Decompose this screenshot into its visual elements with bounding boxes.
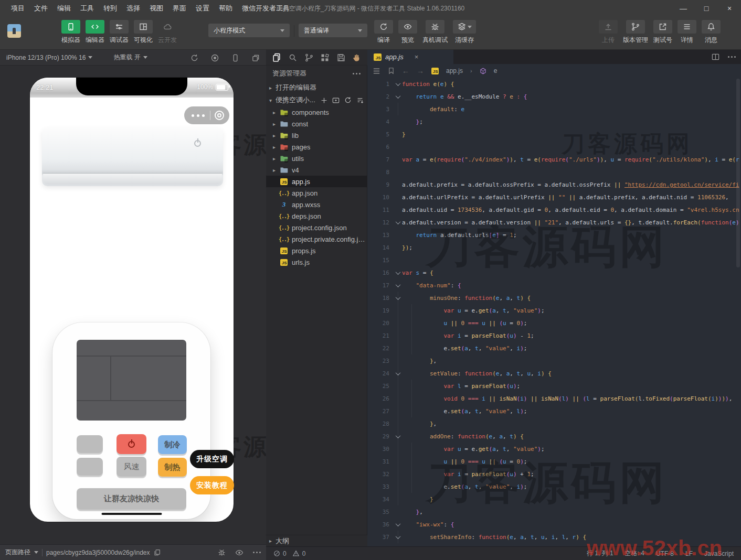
- code-line[interactable]: 14});: [367, 241, 741, 254]
- fold-chevron-icon[interactable]: [394, 535, 402, 539]
- code-line[interactable]: 37 setShareInfo: function(e, a, t, u, i,…: [367, 531, 741, 543]
- fold-chevron-icon[interactable]: [394, 221, 402, 224]
- install-tutorial-button[interactable]: 安装教程: [190, 476, 234, 494]
- toolbar-action-refresh[interactable]: 编译: [374, 20, 393, 45]
- toolbar-action-branch[interactable]: 版本管理: [623, 20, 648, 45]
- file-tree-item-utils[interactable]: ▸utils: [266, 153, 367, 164]
- menu-item[interactable]: 微信开发者工具: [237, 0, 294, 17]
- breadcrumb-file[interactable]: app.js: [446, 67, 463, 74]
- code-line[interactable]: 23 },: [367, 354, 741, 367]
- mode-dropdown[interactable]: 小程序模式: [208, 24, 290, 37]
- code-area[interactable]: 1function e(e) {2 return e && e.__esModu…: [367, 78, 741, 546]
- file-tree-item-app.wxss[interactable]: 3app.wxss: [266, 199, 367, 210]
- fold-chevron-icon[interactable]: [394, 82, 402, 86]
- code-line[interactable]: 4 };: [367, 115, 741, 128]
- file-tree-item-lib[interactable]: ▸lib: [266, 130, 367, 141]
- new-folder-icon[interactable]: [332, 96, 340, 104]
- open-editors-section[interactable]: ▸ 打开的编辑器: [266, 81, 367, 94]
- copy-icon[interactable]: [154, 549, 161, 556]
- bookmark-icon[interactable]: [388, 67, 395, 74]
- search-icon[interactable]: [289, 53, 297, 62]
- remote-cool-button[interactable]: 制冷: [158, 435, 187, 454]
- code-line[interactable]: 16var s = {: [367, 266, 741, 279]
- menu-item[interactable]: 转到: [99, 0, 122, 17]
- code-line[interactable]: 6: [367, 141, 741, 153]
- code-line[interactable]: 28 },: [367, 417, 741, 430]
- code-line[interactable]: 18 minusOne: function(e, a, t) {: [367, 292, 741, 304]
- code-line[interactable]: 34 }: [367, 493, 741, 505]
- outline-section[interactable]: ▸ 大纲: [266, 535, 367, 546]
- phone-frame-icon[interactable]: [231, 54, 239, 62]
- eol[interactable]: LF: [685, 550, 693, 557]
- rotate-icon[interactable]: [190, 54, 198, 62]
- collapse-all-icon[interactable]: [356, 96, 364, 104]
- toolbar-action-bug[interactable]: 真机调试: [422, 20, 448, 45]
- file-tree-item-app.json[interactable]: {..}app.json: [266, 187, 367, 199]
- problems-indicator[interactable]: 0 0: [273, 550, 305, 557]
- fold-chevron-icon[interactable]: [394, 435, 402, 438]
- toolbar-action-eye[interactable]: 预览: [398, 20, 417, 45]
- menu-item[interactable]: 文件: [29, 0, 52, 17]
- remote-heat-button[interactable]: 制热: [158, 458, 187, 477]
- language-mode[interactable]: JavaScript: [704, 550, 734, 557]
- file-tree-item-const[interactable]: ▸const: [266, 118, 367, 130]
- menu-item[interactable]: 项目: [6, 0, 29, 17]
- code-line[interactable]: 8: [367, 166, 741, 178]
- toolbar-action-bell[interactable]: 消息: [702, 20, 721, 45]
- maximize-button[interactable]: □: [695, 0, 718, 17]
- code-line[interactable]: 15: [367, 254, 741, 266]
- capsule-close-icon[interactable]: [215, 111, 224, 120]
- forward-icon[interactable]: →: [417, 67, 424, 75]
- outline-list-icon[interactable]: [373, 67, 380, 75]
- fold-chevron-icon[interactable]: [394, 284, 402, 287]
- code-line[interactable]: 32 var i = parseFloat(u) + 1;: [367, 468, 741, 480]
- fold-chevron-icon[interactable]: [394, 372, 402, 375]
- code-line[interactable]: 7var a = e(require("./v4/index")), t = e…: [367, 153, 741, 166]
- fold-chevron-icon[interactable]: [394, 95, 402, 99]
- remote-big-button[interactable]: 让群友凉快凉快: [77, 488, 186, 510]
- menu-item[interactable]: 设置: [191, 0, 214, 17]
- back-icon[interactable]: ←: [402, 67, 409, 75]
- file-tree-item-deps.json[interactable]: {..}deps.json: [266, 210, 367, 222]
- avatar[interactable]: [7, 24, 21, 38]
- code-line[interactable]: 11a.default.uid = 1734536, a.default.gid…: [367, 203, 741, 216]
- fold-chevron-icon[interactable]: [394, 296, 402, 300]
- code-line[interactable]: 36 "iwx-wx": {: [367, 518, 741, 531]
- file-tree-item-project.config.json[interactable]: {..}project.config.json: [266, 222, 367, 233]
- more-icon[interactable]: [353, 73, 361, 74]
- code-line[interactable]: 31 u || 0 === u || (u = 0);: [367, 455, 741, 468]
- bug-icon[interactable]: [218, 548, 226, 556]
- file-tree-item-pages[interactable]: ▸pages: [266, 141, 367, 153]
- split-editor-icon[interactable]: [712, 53, 719, 61]
- code-line[interactable]: 2 return e && e.__esModule ? e : {: [367, 90, 741, 103]
- file-tree-item-v4[interactable]: ▸v4: [266, 164, 367, 176]
- toolbar-layout-button[interactable]: 可视化: [134, 20, 153, 45]
- remote-blank-button-2[interactable]: [77, 458, 103, 476]
- code-line[interactable]: 29 addOne: function(e, a, t) {: [367, 430, 741, 443]
- code-line[interactable]: 5}: [367, 128, 741, 141]
- code-line[interactable]: 25 var l = parseFloat(u);: [367, 380, 741, 392]
- multi-window-icon[interactable]: [252, 54, 260, 62]
- encoding[interactable]: UTF-8: [656, 550, 674, 557]
- menu-item[interactable]: 选择: [122, 0, 145, 17]
- record-icon[interactable]: [211, 54, 219, 62]
- compile-dropdown[interactable]: 普通编译: [299, 24, 367, 37]
- scrollbar-thumb[interactable]: [736, 79, 740, 267]
- device-selector[interactable]: iPhone 12/13 (Pro) 100% 16: [6, 54, 92, 61]
- code-line[interactable]: 26 void 0 === i || isNaN(i) || isNaN(l) …: [367, 392, 741, 405]
- tab-app-js[interactable]: JS app.js ×: [367, 50, 453, 64]
- code-line[interactable]: 12a.default.version = a.default.version …: [367, 216, 741, 229]
- minimize-button[interactable]: —: [672, 0, 695, 17]
- pages-files-icon[interactable]: [272, 53, 281, 62]
- menu-item[interactable]: 工具: [76, 0, 99, 17]
- toolbar-action-layers[interactable]: 清缓存: [453, 20, 476, 45]
- code-line[interactable]: 27 e.set(a, t, "value", l);: [367, 405, 741, 417]
- code-line[interactable]: 21 var i = parseFloat(u) - 1;: [367, 329, 741, 342]
- code-line[interactable]: 33 e.set(a, t, "value", i);: [367, 480, 741, 493]
- code-line[interactable]: 30 var u = e.get(a, t, "value");: [367, 443, 741, 455]
- menu-item[interactable]: 界面: [168, 0, 191, 17]
- fold-chevron-icon[interactable]: [394, 523, 402, 526]
- git-branch-icon[interactable]: [305, 53, 313, 62]
- code-line[interactable]: 9a.default.prefix = a.default.ossPrefix …: [367, 178, 741, 191]
- code-line[interactable]: 19 var u = e.get(a, t, "value");: [367, 304, 741, 317]
